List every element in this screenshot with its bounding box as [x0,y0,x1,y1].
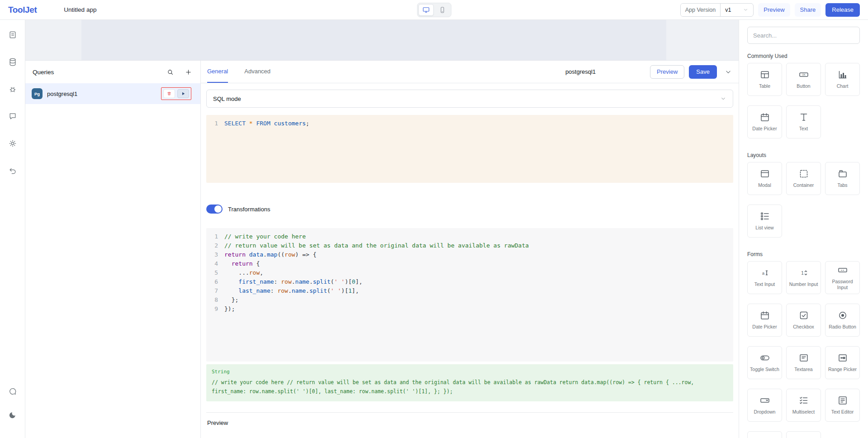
widget-label: List view [755,225,773,231]
datasources-icon [8,57,17,67]
save-query-button[interactable]: Save [689,65,717,79]
line-number: 9 [206,305,218,314]
widget-card-text-editor[interactable]: Text Editor [825,389,860,422]
toggleswitch-icon [759,352,770,363]
widget-section-title: Forms [747,251,860,257]
widget-card-tabs[interactable]: Tabs [825,162,860,195]
line-number: 8 [206,295,218,305]
widget-card-list-view[interactable]: List view [747,205,782,238]
svg-text:**: ** [840,269,844,273]
widget-label: Table [759,83,770,89]
code-line: 7 last_name: row.name.split(' ')[1], [206,286,733,295]
widget-card-number-input[interactable]: 1Number Input [786,261,821,294]
transformation-result: String // write your code here // return… [206,364,733,401]
result-type-badge: String [212,369,728,375]
widget-card-checkbox[interactable]: Checkbox [786,304,821,337]
widget-card-button[interactable]: OKButton [786,63,821,96]
button-icon: OK [798,69,809,80]
tooljet-logo[interactable]: ToolJet [8,5,37,15]
help-chat-button[interactable] [5,384,20,399]
code-line: 8 }; [206,295,733,305]
widget-card-text[interactable]: Text [786,105,821,138]
widget-sections: Commonly UsedTableOKButtonChartDate Pick… [747,53,860,438]
device-toggle [417,3,451,17]
preview-query-button[interactable]: Preview [650,65,684,79]
tab-general[interactable]: General [207,61,228,83]
code-line: 2// return value will be set as data and… [206,241,733,250]
widget-card-date-picker[interactable]: Date Picker [747,105,782,138]
app-canvas-area[interactable] [25,20,739,61]
multiselect-icon [798,395,809,406]
widget-label: Password Input [827,279,858,290]
desktop-view-button[interactable] [418,4,434,16]
line-number: 5 [206,268,218,277]
widget-search-input[interactable] [747,27,860,44]
widget-card-toggle-switch[interactable]: Toggle Switch [747,346,782,379]
queries-header: Queries [25,61,200,83]
widget-card-radio-button[interactable]: Radio Button [825,304,860,337]
mobile-icon [438,6,446,14]
preview-section-header[interactable]: Preview [206,412,733,435]
widget-card-password-input[interactable]: **Password Input [825,261,860,294]
widget-card-date-picker[interactable]: Date Picker [747,304,782,337]
sidebar-undo-button[interactable] [5,163,20,178]
run-query-button[interactable] [177,89,189,98]
version-select[interactable]: v1 [721,7,753,13]
add-query-button[interactable] [183,67,193,77]
widget-card-text-input[interactable]: aText Input [747,261,782,294]
textarea-icon [798,352,809,363]
app-title[interactable]: Untitled app [64,6,96,13]
widget-label: Multiselect [792,409,815,415]
theme-toggle-button[interactable] [5,407,20,423]
widget-card-dropdown[interactable]: Dropdown [747,389,782,422]
sidebar-inspector-button[interactable] [5,109,20,124]
delete-query-button[interactable] [163,89,175,98]
widget-card-modal[interactable]: Modal [747,162,782,195]
datepicker-icon [759,112,770,123]
query-editor-tabs: GeneralAdvanced [207,61,270,83]
query-mode-select[interactable]: SQL mode [206,90,733,108]
pages-icon [8,30,17,39]
widget-card-range-picker[interactable]: Range Picker [825,346,860,379]
widget-card-container[interactable]: Container [786,162,821,195]
app-version-control: App Version v1 [680,3,754,17]
query-list: Pgpostgresql1 [25,83,200,104]
sql-code-editor[interactable]: 1SELECT * FROM customers; [206,115,733,183]
widget-card-textarea[interactable]: Textarea [786,346,821,379]
sidebar-pages-button[interactable] [5,27,20,43]
line-number: 6 [206,277,218,286]
container-icon [798,168,809,179]
widget-label: Tabs [837,182,847,188]
query-name-display[interactable]: postgresql1 [565,68,596,75]
transformation-code-editor[interactable]: 1// write your code here2// return value… [206,228,733,362]
sidebar-datasources-button[interactable] [5,54,20,70]
play-icon [180,91,186,96]
widget-card-table[interactable]: Table [747,63,782,96]
collapse-panel-icon[interactable] [724,68,732,76]
texteditor-icon [837,395,848,406]
line-number: 7 [206,286,218,295]
widget-card-multiselect[interactable]: Multiselect [786,389,821,422]
release-button[interactable]: Release [825,3,860,17]
widget-card-partial[interactable] [747,431,782,438]
query-actions-highlight [161,87,191,100]
query-list-item[interactable]: Pgpostgresql1 [25,83,200,104]
table-icon [759,69,770,80]
canvas[interactable] [81,20,666,60]
line-number: 4 [206,259,218,268]
transformations-toggle[interactable] [206,205,223,214]
sidebar-settings-button[interactable] [5,136,20,151]
widget-card-chart[interactable]: Chart [825,63,860,96]
widget-label: Range Picker [828,367,857,372]
preview-app-button[interactable]: Preview [758,3,790,17]
widget-card-partial[interactable] [786,431,821,438]
mobile-view-button[interactable] [435,4,450,16]
inspector-icon [8,112,17,121]
debugger-icon [8,85,17,94]
search-queries-button[interactable] [165,67,175,77]
widget-section-commonly-used: Commonly UsedTableOKButtonChartDate Pick… [747,53,860,138]
share-button[interactable]: Share [795,3,821,17]
sidebar-debugger-button[interactable] [5,81,20,97]
widget-label: Text Input [754,281,775,287]
tab-advanced[interactable]: Advanced [244,61,270,83]
